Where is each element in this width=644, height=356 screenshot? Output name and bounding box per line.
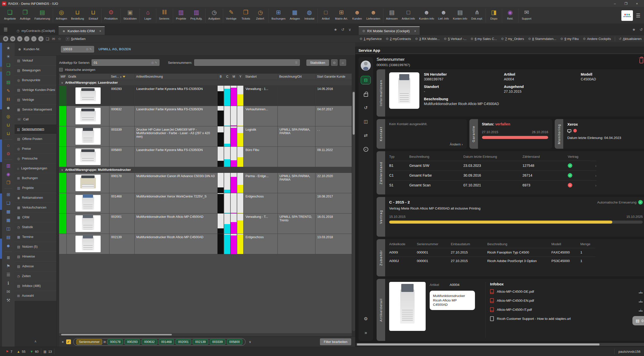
toolbar-zeiterf[interactable]: ◷Zeiterf. [253,8,268,23]
sidebar-item-hinweise[interactable]: ▤Hinweise [15,252,56,262]
reklamation-icon[interactable]: ◉ [5,171,12,177]
toolbar-produktion[interactable]: ⚙Produktion [102,8,120,23]
sidebar-item-notizen-5[interactable]: ▤Notizen (5) [15,242,56,252]
person-icon[interactable]: ☻ [5,242,12,249]
trash-icon[interactable] [639,59,643,63]
field-icons[interactable]: ◎✎ [151,61,157,64]
toolbar-projekte[interactable]: ▥Projekte [174,8,188,23]
toolbar-anlagen[interactable]: ▦Anlagen [288,8,302,23]
toolbar-support[interactable]: ✉Support [519,8,534,23]
history-icon[interactable]: ↺ [361,104,371,112]
filter-value-pill[interactable]: 001468 [159,339,174,345]
fakturierung-icon[interactable]: ▤ [5,79,12,85]
column-header-bezeichnung-ort[interactable]: Bezeichnung/Ort [278,74,315,80]
contact-card-icon[interactable]: ◫ [361,117,371,126]
collapse-icon[interactable]: ∨ [61,81,63,84]
toolbar-konten-info[interactable]: ▤Konten-Info [451,8,469,23]
toolbar-fakturierung[interactable]: ▤Fakturierung [32,8,52,23]
filter-active-checkbox[interactable]: ✓ [66,339,71,344]
sidebar-item-infobox-486[interactable]: ▤Infobox (486) [15,281,56,291]
toolbar-lager[interactable]: ⌂Lager [141,8,155,23]
einkauf-icon[interactable]: ⊔ [5,130,12,137]
sidebar-item-auswahl[interactable]: ⊞Auswahl [15,291,56,301]
sidebar-item-verkauf[interactable]: ▤Verkauf [15,56,56,66]
toolbar-matrix-art[interactable]: ⊞Matrix-Art. [333,8,350,23]
sidebar-item-reklamationen[interactable]: ◉Reklamationen [15,193,56,203]
filter-value-pill[interactable]: 002001 [176,339,191,345]
minimize-button[interactable]: – [610,1,620,7]
search-icon[interactable]: ◎ [151,61,154,64]
history-icon[interactable]: ↺ [341,27,344,32]
quicklink-1-myservice[interactable]: ⚙1 myService [358,37,383,41]
edit-icon[interactable]: ✎ [90,47,92,51]
sidebar-item-verträge-kunden-prämi[interactable]: ▤Verträge Kunden-Prämi [15,85,56,95]
toolbar-buchungen[interactable]: ⊞Buchungen [269,8,288,23]
attachments-badge[interactable]: ▤ 0 [632,316,644,325]
historische-checkbox[interactable] [59,68,63,72]
sidebar-item-termine[interactable]: ▦Termine [15,232,56,242]
column-header-standort[interactable]: Standort [244,74,278,80]
kontakt-tab[interactable]: Kontakt [377,119,385,149]
history-icon[interactable]: ↺ [639,27,643,32]
tab-close-icon[interactable]: × [99,29,101,33]
settings-icon[interactable]: ⚙ [361,315,371,323]
sidebar-item-verträge[interactable]: ▤Verträge [15,95,56,105]
horizontal-scrollbar[interactable] [59,333,352,336]
sidebar-item-lagerbewegungen[interactable]: ⌂Lagerbewegungen [15,164,56,173]
favorite-star-icon[interactable]: ★ [632,27,635,32]
forward-button[interactable]: ↪ [10,36,15,41]
quicklink-7-my-orders[interactable]: ⚙7 my_Orders [499,37,526,41]
favorites-star-icon[interactable]: ★ [5,45,12,51]
sidebar-item-bewegungen[interactable]: ▤Bewegungen [15,66,56,75]
lock-icon[interactable] [361,90,371,98]
lock-button[interactable]: ⊙ [331,59,338,66]
edit-icon[interactable]: ✎ [155,61,157,64]
datenbank-icon[interactable]: ≣ [5,254,12,261]
buchungen-icon[interactable]: ⊞ [5,191,12,198]
wegweiser-icon[interactable]: ⚑ [5,263,12,269]
field-icons[interactable]: ◎✎ [86,47,92,51]
tools-button[interactable]: ⚙ [3,36,8,41]
toolbar-lieferanten[interactable]: ☻Lieferanten [365,8,382,23]
gebaeude-icon[interactable]: ▦ [5,217,12,223]
zubehoer-tab[interactable]: Zubehör [377,239,385,276]
prev-record-button[interactable]: ‹ [24,36,29,41]
angebote-icon[interactable]: ❏ [5,62,12,68]
chevron-down-icon[interactable]: ∨ [249,340,251,344]
download-icon[interactable]: ↓ [639,290,643,293]
toolbar-einkauf[interactable]: ⊔Einkauf [86,8,101,23]
infobox-item[interactable]: PDFAficio-MP-C4500-DE.pdf↓ [490,289,643,294]
toolbar-stücklisten[interactable]: ▣Stücklisten [122,8,139,23]
karte-icon[interactable]: ◫ [5,225,12,232]
toolbar-anfragen[interactable]: ◎Anfragen [54,8,69,23]
filter-edit-button[interactable]: Filter bearbeiten [320,338,351,345]
sidebar-burger-icon[interactable]: ☰ [4,27,8,32]
monitoring-tab[interactable]: Monitoring [555,119,563,149]
toolbar-artikel-info[interactable]: □Artikel-Info [400,8,417,23]
sidebar-item-offene-posten[interactable]: ▤Offene Posten [15,134,56,144]
filter-value-pill[interactable]: 003339 [210,339,225,345]
copy-icon[interactable]: ❏ [45,37,50,41]
bestellung-icon[interactable]: ⊔ [5,122,12,128]
quicklink-6-my-sales-c[interactable]: ⚙6 my Sales C... [469,37,499,41]
anfragen-icon[interactable]: ◎ [5,113,12,120]
dokument-770-icon[interactable]: ▤ [5,234,12,240]
toolbar-angebote[interactable]: ❏Angebote [2,8,18,23]
quicklink-2-mycontracts[interactable]: ⚙2 myContracts [384,37,413,41]
chevron-right-icon[interactable]: › [590,171,596,180]
verified-icon[interactable]: ✓ [361,145,371,154]
sidebar-item-preise[interactable]: ◎Preise [15,144,56,154]
toolbar-dok-expl[interactable]: ⋔Dok.expl. [469,8,485,23]
toolbar-bestellung[interactable]: ⊔Bestellung [69,8,86,23]
sidebar-item-bonuspunkte[interactable]: ◎Bonuspunkte [15,75,56,85]
kontakt-change-link[interactable]: Ändern › [450,142,463,146]
collapse-icon[interactable]: ∨ [61,168,63,172]
kunden-icon[interactable]: ☻ [5,105,12,111]
werkzeuge-icon[interactable]: ⚒ [5,297,12,303]
star-icon[interactable]: ☆ [57,37,62,41]
produktion-icon[interactable]: ⚙ [5,150,12,157]
filter-funnel-icon[interactable] [123,76,125,78]
infobox-item[interactable]: Ricoh Customer Support - How to add stap… [490,316,643,321]
info-icon[interactable]: ℹ [5,280,12,286]
filter-field-pill[interactable]: Seriennummer [76,339,102,345]
